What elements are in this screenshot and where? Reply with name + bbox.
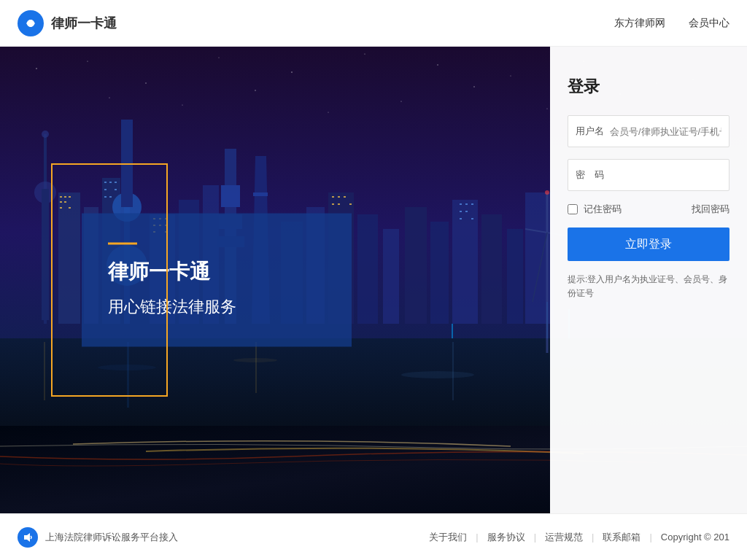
remember-checkbox[interactable] — [568, 204, 578, 214]
svg-rect-71 — [338, 196, 340, 198]
svg-rect-56 — [64, 196, 66, 198]
svg-point-15 — [255, 90, 255, 90]
svg-rect-75 — [349, 203, 352, 205]
svg-rect-89 — [471, 218, 473, 219]
svg-point-95 — [98, 365, 156, 370]
svg-rect-47 — [405, 207, 427, 324]
svg-rect-77 — [109, 182, 112, 183]
banner-subtitle: 用心链接法律服务 — [108, 296, 325, 318]
password-input[interactable] — [610, 170, 721, 181]
svg-rect-83 — [460, 203, 462, 205]
footer-left: 上海法院律师诉讼服务平台接入 — [18, 527, 178, 548]
footer-link-service[interactable]: 服务协议 — [479, 531, 534, 544]
username-label: 用户名 — [576, 125, 604, 138]
svg-point-16 — [328, 112, 329, 113]
footer-link-operation[interactable]: 运营规范 — [536, 531, 592, 544]
svg-rect-88 — [460, 218, 462, 219]
footer-copyright: Copyright © 201 — [652, 532, 729, 542]
header: 律师一卡通 东方律师网 会员中心 — [0, 0, 747, 47]
svg-rect-85 — [471, 203, 473, 205]
svg-rect-80 — [115, 189, 117, 190]
svg-rect-93 — [255, 342, 257, 393]
footer-link-contact[interactable]: 联系邮箱 — [594, 531, 649, 544]
svg-rect-94 — [452, 342, 454, 400]
svg-point-18 — [473, 86, 474, 87]
svg-point-1 — [27, 20, 34, 27]
svg-rect-55 — [60, 196, 62, 198]
nav-member-center[interactable]: 会员中心 — [689, 17, 729, 30]
svg-point-97 — [401, 371, 474, 378]
svg-point-105 — [545, 190, 549, 195]
svg-rect-84 — [465, 203, 468, 205]
svg-rect-73 — [332, 203, 334, 205]
svg-rect-25 — [42, 189, 49, 320]
footer-icon-button[interactable] — [18, 527, 38, 548]
svg-rect-26 — [58, 192, 80, 324]
svg-rect-87 — [465, 211, 468, 212]
svg-rect-37 — [221, 185, 240, 207]
login-title: 登录 — [568, 76, 729, 98]
svg-point-10 — [511, 76, 511, 77]
forgot-password-link[interactable]: 找回密码 — [692, 203, 729, 216]
footer: 上海法院律师诉讼服务平台接入 关于我们 | 服务协议 | 运营规范 | 联系邮箱… — [0, 513, 747, 560]
svg-rect-41 — [253, 192, 268, 196]
svg-rect-45 — [357, 214, 378, 324]
speaker-icon — [23, 532, 33, 542]
svg-marker-106 — [24, 533, 30, 542]
svg-rect-22 — [44, 134, 47, 324]
login-options: 记住密码 找回密码 — [568, 203, 729, 216]
svg-rect-51 — [507, 229, 523, 324]
svg-rect-49 — [452, 200, 478, 324]
svg-rect-32 — [121, 120, 133, 207]
svg-rect-92 — [127, 342, 129, 408]
svg-rect-50 — [481, 214, 502, 324]
logo-title: 律师一卡通 — [51, 15, 117, 32]
password-label: 密 码 — [576, 168, 604, 182]
svg-point-24 — [34, 182, 56, 203]
header-nav: 东方律师网 会员中心 — [614, 17, 729, 30]
banner-accent-line — [108, 243, 137, 245]
svg-rect-82 — [109, 196, 112, 198]
logo-icon — [18, 10, 44, 36]
svg-point-8 — [364, 53, 365, 54]
svg-point-14 — [182, 105, 183, 106]
svg-point-7 — [291, 71, 293, 73]
svg-point-5 — [145, 82, 146, 83]
svg-point-4 — [87, 61, 88, 61]
svg-rect-60 — [60, 207, 62, 209]
username-input[interactable] — [610, 126, 721, 137]
svg-point-3 — [36, 68, 37, 69]
nav-east-lawyers[interactable]: 东方律师网 — [614, 17, 665, 30]
svg-rect-48 — [430, 222, 449, 324]
svg-rect-59 — [64, 201, 66, 203]
remember-label[interactable]: 记住密码 — [584, 203, 622, 216]
svg-point-9 — [437, 64, 438, 65]
svg-point-6 — [219, 58, 220, 58]
banner-title: 律师一卡通 — [108, 258, 325, 286]
login-panel: 登录 用户名 密 码 记住密码 找回密码 立即登录 提示:登入用户名为执业证号、… — [550, 47, 747, 513]
svg-point-23 — [42, 131, 49, 138]
main-area: 律师一卡通 用心链接法律服务 登录 用户名 密 码 记住密码 找回密码 立即登录… — [0, 47, 747, 513]
court-platform-link[interactable]: 上海法院律师诉讼服务平台接入 — [45, 531, 178, 544]
svg-rect-58 — [60, 201, 62, 203]
svg-point-17 — [400, 101, 401, 101]
svg-rect-78 — [115, 182, 117, 183]
svg-rect-46 — [383, 229, 399, 324]
svg-point-19 — [547, 109, 548, 109]
login-submit-button[interactable]: 立即登录 — [568, 228, 729, 261]
footer-right: 关于我们 | 服务协议 | 运营规范 | 联系邮箱 | Copyright © … — [420, 531, 729, 544]
hero-banner: 律师一卡通 用心链接法律服务 — [82, 214, 352, 347]
svg-rect-57 — [69, 196, 71, 198]
svg-point-13 — [109, 97, 109, 98]
username-field: 用户名 — [568, 115, 729, 147]
svg-rect-86 — [460, 211, 462, 212]
svg-rect-74 — [338, 203, 340, 205]
svg-rect-91 — [44, 342, 45, 400]
footer-link-about[interactable]: 关于我们 — [420, 531, 476, 544]
password-field: 密 码 — [568, 159, 729, 191]
svg-rect-72 — [344, 196, 346, 198]
login-hint: 提示:登入用户名为执业证号、会员号、身份证号 — [568, 273, 729, 300]
svg-rect-70 — [332, 196, 334, 198]
svg-rect-81 — [104, 196, 107, 198]
svg-rect-76 — [104, 182, 107, 183]
